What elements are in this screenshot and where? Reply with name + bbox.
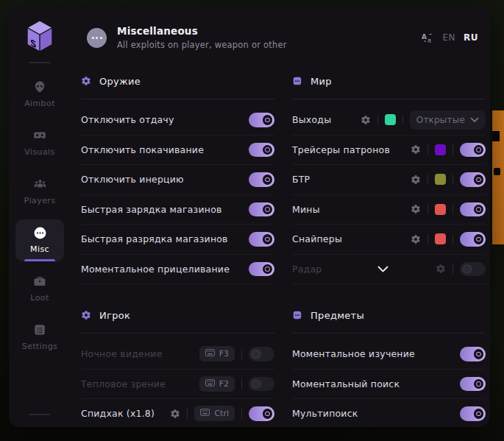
toggle-switch[interactable] <box>249 406 274 421</box>
gear-icon[interactable] <box>411 204 421 214</box>
feature-label: Мультипоиск <box>292 408 358 419</box>
toggle-switch[interactable] <box>460 232 486 247</box>
expand-chevron-icon[interactable] <box>377 266 388 272</box>
feature-row: Тепловое зрениеF2 <box>81 370 274 400</box>
hotkey-badge[interactable]: F3 <box>199 346 235 361</box>
gear-icon[interactable] <box>411 174 421 185</box>
toggle-knob <box>474 174 484 185</box>
feature-row: Быстрая зарядка магазинов <box>81 195 274 225</box>
gear-icon[interactable] <box>411 144 421 155</box>
toggle-knob <box>474 379 484 389</box>
square-dots-icon <box>292 310 302 320</box>
row-controls <box>411 202 486 217</box>
section-title: Игрок <box>99 310 130 321</box>
toggle-switch[interactable] <box>460 143 486 158</box>
sidebar-item-players[interactable]: Players <box>15 171 64 213</box>
row-controls <box>249 172 274 187</box>
row-controls: Открытые <box>361 110 486 130</box>
section-rows: Моментальное изучениеМоментальный поискМ… <box>292 339 486 427</box>
cheat-menu-window: S G AimbotVisualsPlayersMiscLootSettings… <box>9 7 490 427</box>
gear-icon[interactable] <box>170 409 180 419</box>
sidebar-item-label: Visuals <box>24 147 54 157</box>
toggle-switch[interactable] <box>460 172 486 187</box>
feature-row: БТР <box>292 165 486 195</box>
toggle-knob <box>263 409 273 419</box>
column-left: ОружиеОтключить отдачуОтключить покачива… <box>81 74 274 427</box>
feature-label: Быстрая зарядка магазинов <box>81 204 222 215</box>
feature-label: Спидхак (x1.8) <box>81 408 155 419</box>
color-swatch[interactable] <box>435 233 446 244</box>
sidebar-item-visuals[interactable]: Visuals <box>15 122 64 164</box>
toggle-switch[interactable] <box>249 113 274 127</box>
vr-goggles-icon <box>32 129 47 142</box>
sign-mark <box>494 168 500 175</box>
sidebar-divider-bottom <box>29 414 50 415</box>
toggle-switch[interactable] <box>249 262 274 277</box>
toggle-knob <box>462 264 472 275</box>
sidebar-item-misc[interactable]: Misc <box>15 219 64 261</box>
sidebar-item-label: Players <box>24 196 56 205</box>
feature-row: Трейсеры патронов <box>292 135 486 166</box>
gear-icon <box>81 76 91 86</box>
feature-label: Отключить отдачу <box>81 114 174 125</box>
toggle-switch[interactable] <box>249 202 274 217</box>
keyboard-icon <box>200 409 210 418</box>
sidebar: S G AimbotVisualsPlayersMiscLootSettings <box>9 7 71 427</box>
dropdown-select[interactable]: Открытые <box>410 110 486 130</box>
toggle-switch[interactable] <box>249 143 274 158</box>
lang-en-button[interactable]: EN <box>442 32 455 43</box>
control-separator <box>427 204 428 214</box>
control-separator <box>187 409 188 419</box>
color-swatch[interactable] <box>385 114 396 125</box>
row-controls <box>249 232 274 247</box>
briefcase-icon <box>33 275 46 288</box>
feature-row: Быстрая разрядка магазинов <box>81 225 274 255</box>
row-controls <box>411 232 486 247</box>
hotkey-badge[interactable]: Ctrl <box>194 406 235 421</box>
hotkey-badge[interactable]: F2 <box>199 376 235 392</box>
row-controls <box>249 113 274 127</box>
feature-row: Мины <box>292 195 486 225</box>
toggle-switch[interactable] <box>460 406 486 421</box>
toggle-switch[interactable] <box>249 172 274 187</box>
gear-icon[interactable] <box>361 115 371 125</box>
gear-icon[interactable] <box>411 234 421 244</box>
control-separator <box>427 144 428 155</box>
header: Miscellaneous All exploits on player, we… <box>71 7 490 68</box>
sidebar-item-settings[interactable]: Settings <box>15 317 64 359</box>
toggle-switch[interactable] <box>249 377 274 392</box>
toggle-switch[interactable] <box>460 262 486 277</box>
color-swatch[interactable] <box>435 144 446 155</box>
toggle-switch[interactable] <box>460 202 486 217</box>
toggle-switch[interactable] <box>460 377 486 392</box>
feature-label: Отключить покачивание <box>81 144 204 155</box>
toggle-switch[interactable] <box>249 232 274 247</box>
dropdown-value: Открытые <box>416 115 465 125</box>
feature-row: Ночное видениеF3 <box>81 339 274 370</box>
color-swatch[interactable] <box>435 174 446 185</box>
toggle-switch[interactable] <box>460 347 486 361</box>
section-Оружие: ОружиеОтключить отдачуОтключить покачива… <box>81 74 274 284</box>
sidebar-item-label: Loot <box>30 293 49 303</box>
feature-label: Моментальное прицеливание <box>81 264 230 275</box>
feature-row: Спидхак (x1.8)Ctrl <box>81 399 274 427</box>
gear-icon[interactable] <box>436 264 446 274</box>
toggle-switch[interactable] <box>249 347 274 361</box>
toggle-knob <box>251 349 261 359</box>
section-header: Предметы <box>292 308 486 322</box>
lang-ru-button[interactable]: RU <box>464 32 478 43</box>
feature-label: БТР <box>292 174 310 185</box>
row-controls <box>460 406 486 421</box>
sidebar-item-aimbot[interactable]: Aimbot <box>15 74 64 116</box>
keyboard-icon <box>205 379 215 389</box>
feature-label: Трейсеры патронов <box>292 144 390 155</box>
color-swatch[interactable] <box>435 204 446 215</box>
section-title: Оружие <box>99 76 141 87</box>
toggle-knob <box>474 349 484 359</box>
feature-row: Мультипоиск <box>292 399 486 427</box>
sidebar-item-loot[interactable]: Loot <box>15 268 64 310</box>
gear-icon <box>81 310 91 320</box>
feature-row: Моментальный поиск <box>292 370 486 400</box>
feature-row: Отключить инерцию <box>81 165 274 195</box>
svg-text:я: я <box>427 38 431 43</box>
